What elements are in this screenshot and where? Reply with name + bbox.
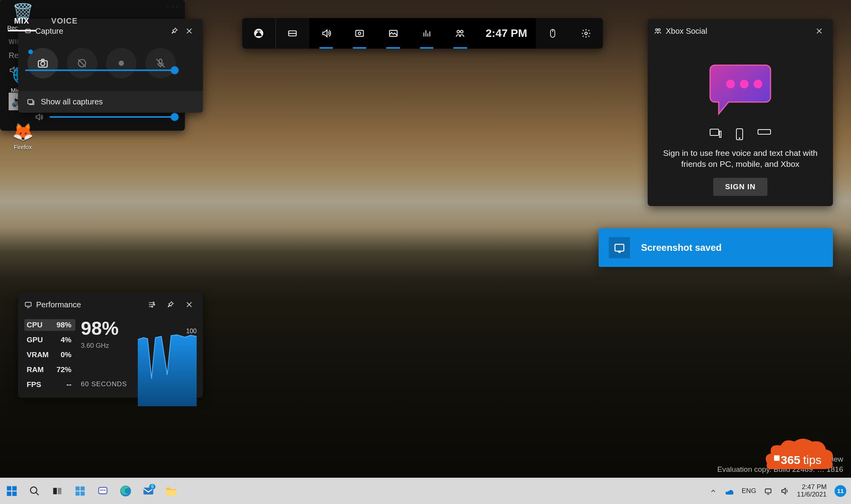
pin-button[interactable] [163,297,178,312]
chat-button[interactable] [96,484,110,498]
audio-button[interactable] [309,18,343,49]
svg-rect-33 [774,455,780,461]
svg-rect-41 [75,486,80,491]
console-icon [757,128,771,136]
svg-point-10 [152,306,153,307]
mail-badge: 9 [149,484,156,489]
volume-icon[interactable] [780,487,789,495]
svg-rect-6 [28,99,33,104]
svg-point-23 [740,80,749,88]
xbox-button[interactable] [242,18,276,49]
svg-point-38 [31,487,37,493]
explorer-button[interactable] [164,484,178,498]
desktop-icon-label: Firefox [14,144,32,150]
pc-icon [709,128,722,139]
performance-icon [24,301,32,309]
svg-point-8 [153,302,154,303]
svg-point-21 [658,29,660,31]
master-volume-slider[interactable] [25,69,176,71]
svg-rect-49 [765,489,771,493]
toast-text: Screenshot saved [641,242,721,253]
svg-point-24 [754,80,762,88]
desktop-icon-firefox[interactable]: 🦊 Firefox [4,122,42,150]
svg-point-16 [457,30,460,33]
system-sounds-slider[interactable] [49,116,176,118]
svg-rect-43 [75,491,80,496]
stat-vram[interactable]: VRAM0% [24,349,75,361]
svg-rect-7 [26,302,31,306]
capture-button[interactable] [343,18,376,49]
svg-point-4 [119,60,124,66]
svg-rect-13 [356,30,363,36]
screenshot-button[interactable] [27,48,58,79]
close-button[interactable] [812,24,827,38]
performance-button[interactable] [410,18,443,49]
stat-gpu[interactable]: GPU4% [24,334,75,346]
close-button[interactable] [182,24,197,38]
edge-button[interactable] [119,484,133,498]
pin-button[interactable] [167,24,182,38]
graph-axis-duration: 60 SECONDS [81,380,127,388]
taskbar-clock[interactable]: 2:47 PM 11/6/2021 [797,484,827,498]
social-text: Sign in to use free voice and text chat … [659,148,822,170]
stat-list: CPU98% GPU4% VRAM0% RAM72% FPS-- [24,319,75,391]
performance-title: Performance [36,300,81,309]
stat-ram[interactable]: RAM72% [24,364,75,376]
svg-rect-42 [80,486,85,491]
settings-button[interactable] [570,18,603,49]
xbox-social-panel: Xbox Social Sign in to use free voice an… [648,19,833,206]
sign-in-button[interactable]: SIGN IN [713,178,767,196]
cpu-graph [138,332,197,406]
notification-count[interactable]: 11 [835,485,846,497]
svg-point-22 [726,80,735,88]
tray-chevron-icon[interactable] [710,488,717,495]
svg-point-20 [656,29,657,31]
svg-point-28 [739,138,740,139]
svg-rect-34 [7,486,11,490]
close-button[interactable] [182,297,197,312]
tab-voice[interactable]: VOICE [40,11,89,31]
svg-text:365: 365 [781,453,800,466]
start-button[interactable] [5,484,19,498]
onedrive-icon[interactable] [725,488,734,495]
screenshot-icon [609,237,630,258]
svg-rect-30 [615,244,624,251]
stat-cpu[interactable]: CPU98% [24,319,75,331]
gamebar-toolbar: 2:47 PM [242,18,603,49]
show-all-label: Show all captures [41,97,103,106]
gallery-button[interactable] [376,18,410,49]
mobile-icon [735,128,744,141]
perf-options-button[interactable] [144,297,159,312]
svg-rect-36 [7,491,11,496]
task-view-button[interactable] [50,484,64,498]
svg-rect-35 [12,486,16,490]
svg-point-2 [41,62,45,66]
svg-rect-44 [80,491,85,496]
mic-toggle-button[interactable] [145,48,176,79]
social-icon [654,27,662,35]
widgets-button[interactable] [73,484,87,498]
mail-button[interactable]: 9 [141,484,155,498]
tab-mix[interactable]: MIX [3,11,40,31]
show-all-captures-button[interactable]: Show all captures [18,91,203,113]
toolbar-clock: 2:47 PM [477,18,536,49]
svg-rect-29 [758,130,771,134]
svg-rect-39 [53,488,57,494]
mouse-button[interactable] [536,18,569,49]
svg-rect-25 [710,129,719,135]
svg-rect-37 [12,491,16,496]
svg-point-17 [461,30,464,33]
network-icon[interactable] [764,487,772,495]
record-last-button[interactable] [67,48,97,79]
language-indicator[interactable]: ENG [742,487,756,495]
svg-point-9 [153,304,155,305]
widgets-button[interactable] [276,18,309,49]
performance-panel: Performance CPU98% GPU4% VRAM0% RAM72% F… [18,292,203,398]
365tips-logo: 365 tips [759,436,838,479]
search-button[interactable] [27,484,42,498]
svg-point-14 [358,32,361,35]
screenshot-saved-toast[interactable]: Screenshot saved [599,228,833,267]
stat-fps[interactable]: FPS-- [24,379,75,391]
start-recording-button[interactable] [106,48,137,79]
social-button[interactable] [444,18,477,49]
